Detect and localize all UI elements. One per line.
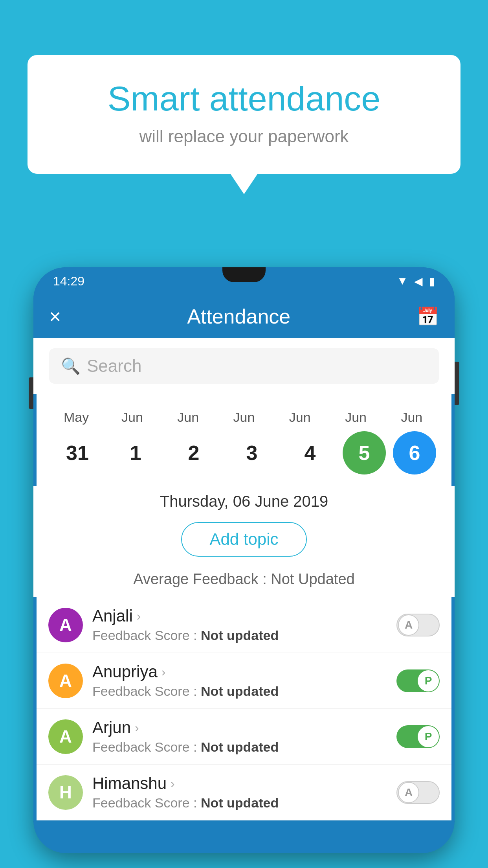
add-topic-button[interactable]: Add topic <box>181 522 306 557</box>
month-5[interactable]: Jun <box>330 410 382 425</box>
calendar-section: May Jun Jun Jun Jun Jun Jun 31 1 2 3 4 5… <box>37 394 451 486</box>
app-header: × Attendance 📅 <box>33 295 455 338</box>
month-2[interactable]: Jun <box>163 410 214 425</box>
student-item: AAnupriya›Feedback Score : Not updatedP <box>37 653 451 709</box>
day-31[interactable]: 31 <box>52 441 103 465</box>
phone-screen: 14:29 ▼ ◀ ▮ × Attendance 📅 🔍 Search <box>33 267 455 853</box>
calendar-icon[interactable]: 📅 <box>416 306 439 327</box>
attendance-toggle[interactable]: A <box>396 614 440 636</box>
search-placeholder: Search <box>87 356 141 376</box>
notch <box>222 267 266 282</box>
power-button <box>455 362 459 405</box>
selected-date: Thursday, 06 June 2019 <box>33 486 455 517</box>
phone: 14:29 ▼ ◀ ▮ × Attendance 📅 🔍 Search <box>33 267 455 853</box>
student-avatar: A <box>48 664 83 698</box>
volume-button <box>29 377 33 409</box>
student-feedback: Feedback Score : Not updated <box>92 684 387 699</box>
calendar-days-row: 31 1 2 3 4 5 6 <box>37 427 451 486</box>
student-info: Arjun›Feedback Score : Not updated <box>92 718 387 755</box>
chevron-icon: › <box>135 721 139 735</box>
chevron-icon: › <box>171 776 175 791</box>
day-3[interactable]: 3 <box>226 441 277 465</box>
day-4[interactable]: 4 <box>284 441 336 465</box>
search-bar[interactable]: 🔍 Search <box>49 348 439 384</box>
search-icon: 🔍 <box>61 357 81 375</box>
day-5-today[interactable]: 5 <box>343 431 386 474</box>
student-avatar: A <box>48 608 83 642</box>
month-0[interactable]: May <box>51 410 102 425</box>
student-feedback: Feedback Score : Not updated <box>92 739 387 755</box>
signal-icon: ◀ <box>414 275 423 288</box>
day-6-selected[interactable]: 6 <box>393 431 436 474</box>
battery-icon: ▮ <box>429 275 435 288</box>
close-button[interactable]: × <box>49 305 61 328</box>
attendance-toggle[interactable]: A <box>396 781 440 804</box>
student-name[interactable]: Anupriya› <box>92 662 387 681</box>
header-title: Attendance <box>187 305 290 328</box>
chevron-icon: › <box>161 665 166 679</box>
status-time: 14:29 <box>53 274 84 289</box>
student-info: Anupriya›Feedback Score : Not updated <box>92 662 387 699</box>
speech-bubble-subtitle: will replace your paperwork <box>59 127 429 146</box>
calendar-months-row: May Jun Jun Jun Jun Jun Jun <box>37 402 451 427</box>
month-1[interactable]: Jun <box>106 410 158 425</box>
student-name[interactable]: Himanshu› <box>92 774 387 793</box>
month-6[interactable]: Jun <box>386 410 437 425</box>
student-name[interactable]: Arjun› <box>92 718 387 737</box>
attendance-toggle[interactable]: P <box>396 725 440 748</box>
average-feedback: Average Feedback : Not Updated <box>33 565 455 597</box>
wifi-icon: ▼ <box>397 275 408 287</box>
student-feedback: Feedback Score : Not updated <box>92 628 387 643</box>
student-feedback: Feedback Score : Not updated <box>92 795 387 811</box>
attendance-toggle[interactable]: P <box>396 669 440 692</box>
month-4[interactable]: Jun <box>274 410 325 425</box>
speech-bubble-container: Smart attendance will replace your paper… <box>28 55 460 174</box>
student-item: AArjun›Feedback Score : Not updatedP <box>37 709 451 765</box>
student-item: AAnjali›Feedback Score : Not updatedA <box>37 597 451 653</box>
student-list: AAnjali›Feedback Score : Not updatedAAAn… <box>37 597 451 820</box>
speech-bubble-title: Smart attendance <box>59 79 429 119</box>
status-bar: 14:29 ▼ ◀ ▮ <box>33 267 455 295</box>
add-topic-container: Add topic <box>33 517 455 565</box>
status-icons: ▼ ◀ ▮ <box>397 275 435 288</box>
student-name[interactable]: Anjali› <box>92 607 387 625</box>
phone-wrapper: 14:29 ▼ ◀ ▮ × Attendance 📅 🔍 Search <box>33 267 455 868</box>
student-info: Himanshu›Feedback Score : Not updated <box>92 774 387 811</box>
student-item: HHimanshu›Feedback Score : Not updatedA <box>37 765 451 820</box>
student-avatar: A <box>48 719 83 754</box>
student-info: Anjali›Feedback Score : Not updated <box>92 607 387 643</box>
month-3[interactable]: Jun <box>218 410 270 425</box>
day-1[interactable]: 1 <box>110 441 161 465</box>
speech-bubble: Smart attendance will replace your paper… <box>28 55 460 174</box>
day-2[interactable]: 2 <box>168 441 219 465</box>
student-avatar: H <box>48 775 83 810</box>
chevron-icon: › <box>137 609 141 623</box>
